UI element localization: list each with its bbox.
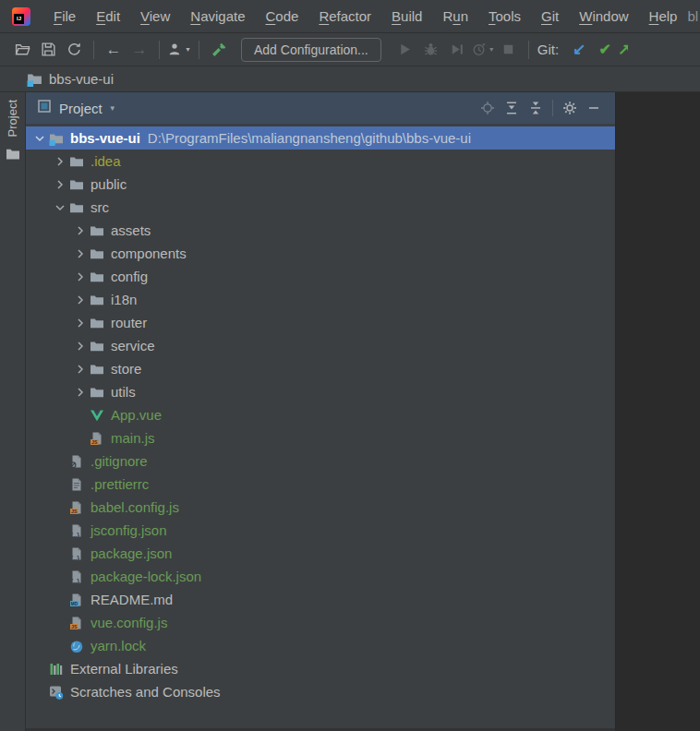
tree-item-vue-config-js[interactable]: JS vue.config.js — [26, 611, 615, 634]
git-commit-icon[interactable]: ✔ — [592, 37, 618, 63]
intellij-logo-icon[interactable]: IJ — [12, 7, 30, 26]
chevron-right-icon[interactable] — [52, 154, 68, 169]
gear-icon[interactable] — [558, 96, 582, 120]
menu-window[interactable]: Window — [569, 8, 638, 24]
chevron-placeholder — [52, 523, 68, 538]
stripe-folder-icon[interactable] — [6, 148, 20, 161]
expand-all-icon[interactable] — [500, 96, 524, 120]
js-file-icon: JS — [89, 431, 105, 446]
menu-run[interactable]: Run — [432, 8, 478, 24]
tree-item-main-js[interactable]: JS main.js — [26, 426, 615, 449]
tree-item-package-json[interactable]: {..} package.json — [26, 542, 615, 565]
tree-item-i18n[interactable]: i18n — [26, 288, 615, 311]
tree-item-label: store — [111, 361, 141, 377]
svg-text:{..}: {..} — [70, 530, 79, 537]
tree-item-service[interactable]: service — [26, 334, 615, 357]
tree-item-utils[interactable]: utils — [26, 380, 615, 403]
menu-navigate[interactable]: Navigate — [180, 8, 255, 24]
chevron-right-icon[interactable] — [72, 246, 89, 261]
tree-item-config[interactable]: config — [26, 265, 615, 288]
menu-view[interactable]: View — [130, 8, 180, 24]
tree-item-readme-md[interactable]: MD README.md — [26, 588, 615, 611]
save-all-icon[interactable] — [35, 37, 61, 63]
menu-build[interactable]: Build — [381, 8, 432, 24]
tree-item-gitignore[interactable]: .gitignore — [26, 449, 615, 473]
tree-item-store[interactable]: store — [26, 357, 615, 380]
project-folder-icon — [48, 131, 65, 146]
chevron-right-icon[interactable] — [72, 223, 89, 238]
menu-git[interactable]: Git — [531, 8, 569, 24]
run-configuration-select[interactable]: Add Configuration... — [241, 38, 381, 62]
tree-item-label: README.md — [91, 592, 173, 607]
debug-icon — [418, 37, 444, 63]
tree-item-idea[interactable]: .idea — [26, 150, 615, 173]
tree-item-router[interactable]: router — [26, 311, 615, 334]
panel-header-separator — [552, 100, 553, 116]
user-profile-icon[interactable]: ▼ — [166, 37, 192, 63]
navigation-bar: bbs-vue-ui — [0, 66, 700, 92]
tree-item-label: config — [111, 269, 148, 284]
menu-file[interactable]: File — [43, 8, 86, 24]
svg-text:{..}: {..} — [70, 553, 79, 560]
menu-refactor[interactable]: Refactor — [308, 8, 381, 24]
project-panel-title[interactable]: Project — [59, 101, 103, 116]
folder-icon — [89, 385, 105, 400]
sync-icon[interactable] — [61, 37, 87, 63]
collapse-all-icon[interactable] — [524, 96, 548, 120]
tree-item-label: babel.config.js — [91, 499, 179, 515]
profiler-icon: ▼ — [470, 37, 496, 63]
tree-item-babel-config-js[interactable]: JS babel.config.js — [26, 496, 615, 519]
toolbar-separator — [159, 41, 160, 59]
tree-item-root[interactable]: bbs-vue-ui D:\ProgramFiles\maliangnanshe… — [26, 126, 615, 150]
tree-item-jsconfig-json[interactable]: {..} jsconfig.json — [26, 519, 615, 542]
chevron-placeholder — [31, 662, 48, 677]
tree-item-package-lock-json[interactable]: {..} package-lock.json — [26, 565, 615, 588]
tree-item-label: bbs-vue-ui — [70, 130, 140, 146]
tree-item-prettierrc[interactable]: .prettierrc — [26, 473, 615, 496]
chevron-right-icon[interactable] — [72, 385, 89, 400]
chevron-right-icon[interactable] — [72, 270, 89, 284]
profiler-dropdown-caret: ▼ — [489, 46, 495, 53]
tree-item-scratches-and-consoles[interactable]: Scratches and Consoles — [26, 680, 615, 703]
project-tool-window-button[interactable]: Project — [6, 100, 19, 137]
forward-icon[interactable]: → — [127, 37, 152, 63]
git-update-icon[interactable]: ↙ — [566, 37, 592, 63]
project-view-dropdown-caret[interactable]: ▼ — [109, 104, 116, 113]
tree-item-components[interactable]: components — [26, 242, 615, 265]
tree-item-app-vue[interactable]: App.vue — [26, 403, 615, 426]
build-hammer-icon[interactable] — [206, 37, 232, 63]
chevron-right-icon[interactable] — [52, 177, 68, 192]
menu-edit[interactable]: Edit — [86, 8, 130, 24]
chevron-right-icon[interactable] — [72, 293, 89, 307]
git-push-icon[interactable]: ↗ — [618, 40, 628, 59]
menu-help[interactable]: Help — [639, 8, 688, 24]
tree-item-label: .gitignore — [91, 453, 148, 469]
tree-item-yarn-lock[interactable]: yarn.lock — [26, 634, 615, 657]
chevron-placeholder — [72, 431, 89, 446]
svg-text:JS: JS — [71, 508, 78, 513]
toolbar-separator — [93, 41, 94, 59]
chevron-right-icon[interactable] — [72, 362, 89, 377]
open-folder-icon[interactable] — [9, 37, 35, 63]
tree-item-assets[interactable]: assets — [26, 219, 615, 242]
chevron-right-icon[interactable] — [72, 339, 89, 354]
tree-item-public[interactable]: public — [26, 173, 615, 196]
scratches-icon — [48, 685, 65, 700]
chevron-down-icon[interactable] — [52, 200, 68, 215]
json-file-icon: {..} — [68, 523, 85, 538]
chevron-right-icon[interactable] — [72, 316, 89, 330]
tree-item-label: utils — [111, 384, 136, 400]
main-toolbar: ← → ▼ Add Configuration... ▼ Git: ↙ ✔ ↗ — [0, 33, 700, 66]
chevron-down-icon[interactable] — [31, 131, 48, 146]
hide-panel-icon[interactable] — [582, 96, 606, 120]
menu-code[interactable]: Code — [256, 8, 309, 24]
tree-item-external-libraries[interactable]: External Libraries — [26, 657, 615, 680]
gitignore-file-icon — [68, 454, 85, 469]
chevron-placeholder — [52, 569, 68, 584]
tree-item-src[interactable]: src — [26, 196, 615, 219]
tree-item-label: Scratches and Consoles — [70, 684, 221, 700]
back-icon[interactable]: ← — [101, 37, 127, 63]
menu-tools[interactable]: Tools — [478, 8, 531, 24]
stop-icon — [496, 37, 522, 63]
breadcrumb-project-name[interactable]: bbs-vue-ui — [49, 71, 114, 87]
